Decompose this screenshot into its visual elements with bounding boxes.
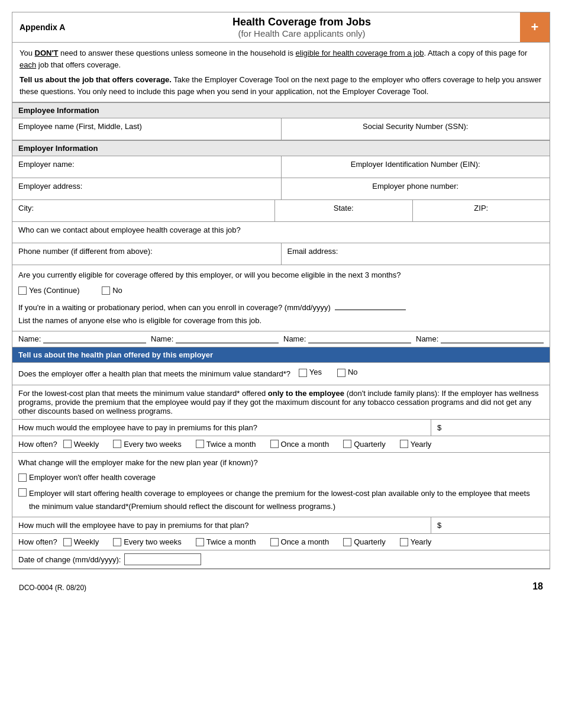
once-a-month-checkbox-1[interactable]: Once a month bbox=[270, 440, 330, 449]
city-cell: City: bbox=[12, 200, 275, 221]
every-two-weeks-label-1: Every two weeks bbox=[124, 440, 182, 449]
min-no-checkbox[interactable]: No bbox=[337, 366, 358, 379]
min-no-label: No bbox=[348, 366, 358, 379]
date-change-input[interactable] bbox=[124, 553, 201, 565]
yearly-box-1[interactable] bbox=[400, 440, 408, 448]
weekly-checkbox-1[interactable]: Weekly bbox=[63, 440, 99, 449]
no-box[interactable] bbox=[102, 286, 110, 295]
employer-address-label: Employer address: bbox=[18, 182, 82, 191]
no-health-coverage-box[interactable] bbox=[18, 473, 27, 482]
phone-diff-cell: Phone number (if different from above): bbox=[12, 243, 282, 265]
premium-value-1: $ bbox=[431, 420, 550, 436]
employer-address-cell: Employer address: bbox=[12, 178, 282, 199]
min-yes-box[interactable] bbox=[299, 369, 307, 377]
once-a-month-box-2[interactable] bbox=[270, 538, 279, 546]
quarterly-checkbox-2[interactable]: Quarterly bbox=[343, 537, 385, 546]
how-often-label-1: How often? bbox=[18, 440, 57, 449]
start-offering-label: Employer will start offering health cove… bbox=[29, 487, 535, 513]
twice-a-month-label-2: Twice a month bbox=[206, 537, 256, 546]
name-field-1: Name: bbox=[18, 334, 146, 343]
eligibility-question: Are you currently eligible for coverage … bbox=[18, 269, 544, 282]
weekly-box-2[interactable] bbox=[63, 538, 72, 546]
lowest-cost-intro: For the lowest-cost plan that meets the … bbox=[18, 389, 538, 415]
every-two-weeks-checkbox-1[interactable]: Every two weeks bbox=[113, 440, 182, 449]
page-footer: DCO-0004 (R. 08/20) 18 bbox=[12, 569, 550, 598]
quarterly-box-1[interactable] bbox=[343, 440, 351, 448]
weekly-checkbox-2[interactable]: Weekly bbox=[63, 537, 99, 546]
employer-name-cell: Employer name: bbox=[12, 156, 282, 178]
name-label-2: Name: bbox=[151, 334, 173, 343]
yearly-box-2[interactable] bbox=[400, 538, 408, 546]
plan-change-question: What change will the employer make for t… bbox=[18, 456, 544, 469]
dont-text: DON'T bbox=[35, 49, 59, 57]
yes-continue-checkbox[interactable]: Yes (Continue) bbox=[18, 284, 80, 297]
start-offering-checkbox[interactable]: Employer will start offering health cove… bbox=[18, 487, 535, 513]
twice-a-month-checkbox-1[interactable]: Twice a month bbox=[196, 440, 256, 449]
state-label: State: bbox=[334, 204, 354, 212]
yes-label: Yes (Continue) bbox=[29, 284, 80, 297]
zip-label: ZIP: bbox=[474, 204, 488, 212]
email-cell: Email address: bbox=[282, 243, 550, 265]
twice-a-month-checkbox-2[interactable]: Twice a month bbox=[196, 537, 256, 546]
employee-info-header: Employee Information bbox=[12, 102, 550, 118]
names-row: Name: Name: Name: Name: bbox=[12, 331, 550, 347]
quarterly-checkbox-1[interactable]: Quarterly bbox=[343, 440, 385, 449]
min-no-box[interactable] bbox=[337, 369, 345, 377]
phone-diff-label: Phone number (if different from above): bbox=[18, 247, 153, 256]
employee-name-label: Employee name (First, Middle, Last) bbox=[18, 122, 142, 131]
name-input-4[interactable] bbox=[441, 334, 544, 343]
page-header: Appendix A Health Coverage from Jobs (fo… bbox=[12, 12, 550, 43]
twice-a-month-box-2[interactable] bbox=[196, 538, 204, 546]
employer-phone-label: Employer phone number: bbox=[372, 182, 458, 191]
weekly-box-1[interactable] bbox=[63, 440, 72, 448]
start-offering-box[interactable] bbox=[18, 488, 27, 497]
every-two-weeks-box-2[interactable] bbox=[113, 538, 121, 546]
weekly-label-1: Weekly bbox=[74, 440, 99, 449]
name-input-2[interactable] bbox=[176, 334, 279, 343]
quarterly-label-2: Quarterly bbox=[354, 537, 385, 546]
no-label: No bbox=[112, 284, 122, 297]
date-blank[interactable] bbox=[335, 310, 406, 310]
header-center: Health Coverage from Jobs (for Health Ca… bbox=[83, 12, 520, 42]
yearly-checkbox-2[interactable]: Yearly bbox=[400, 537, 432, 546]
appendix-label: Appendix A bbox=[12, 12, 83, 42]
no-health-coverage-label: Employer won't offer health coverage bbox=[29, 471, 156, 484]
yearly-checkbox-1[interactable]: Yearly bbox=[400, 440, 432, 449]
min-value-question: Does the employer offer a health plan th… bbox=[18, 370, 290, 379]
name-label-4: Name: bbox=[416, 334, 438, 343]
page-subtitle: (for Health Care applicants only) bbox=[89, 28, 514, 38]
premium-label-2: How much will the employee have to pay i… bbox=[12, 517, 431, 533]
premium-value-2: $ bbox=[431, 517, 550, 533]
appendix-title: Appendix A bbox=[20, 22, 65, 32]
dollar-sign-1: $ bbox=[437, 423, 441, 432]
yearly-label-1: Yearly bbox=[411, 440, 432, 449]
once-a-month-label-2: Once a month bbox=[281, 537, 330, 546]
once-a-month-checkbox-2[interactable]: Once a month bbox=[270, 537, 330, 546]
every-two-weeks-checkbox-2[interactable]: Every two weeks bbox=[113, 537, 182, 546]
every-two-weeks-label-2: Every two weeks bbox=[124, 537, 182, 546]
quarterly-box-2[interactable] bbox=[343, 538, 351, 546]
each-text: each bbox=[20, 60, 36, 69]
twice-a-month-box-1[interactable] bbox=[196, 440, 204, 448]
every-two-weeks-box-1[interactable] bbox=[113, 440, 121, 448]
yearly-label-2: Yearly bbox=[411, 537, 432, 546]
name-input-1[interactable] bbox=[43, 334, 146, 343]
date-change-label: Date of change (mm/dd/yyyy): bbox=[18, 555, 121, 564]
intro-section: You DON'T need to answer these questions… bbox=[12, 43, 550, 102]
plus-button[interactable]: + bbox=[520, 12, 550, 42]
min-yes-checkbox[interactable]: Yes bbox=[299, 366, 322, 379]
no-health-coverage-checkbox[interactable]: Employer won't offer health coverage bbox=[18, 471, 156, 484]
doc-number: DCO-0004 (R. 08/20) bbox=[19, 584, 86, 592]
email-label: Email address: bbox=[288, 247, 338, 256]
state-cell: State: bbox=[275, 200, 413, 221]
premium-row-2: How much will the employee have to pay i… bbox=[12, 517, 550, 534]
once-a-month-box-1[interactable] bbox=[270, 440, 279, 448]
yes-box[interactable] bbox=[18, 286, 27, 295]
premium-label-1: How much would the employee have to pay … bbox=[12, 420, 431, 436]
employer-name-label: Employer name: bbox=[18, 160, 75, 169]
no-checkbox[interactable]: No bbox=[102, 284, 122, 297]
zip-cell: ZIP: bbox=[413, 200, 550, 221]
twice-a-month-label-1: Twice a month bbox=[206, 440, 256, 449]
name-input-3[interactable] bbox=[308, 334, 411, 343]
name-field-4: Name: bbox=[416, 334, 544, 343]
